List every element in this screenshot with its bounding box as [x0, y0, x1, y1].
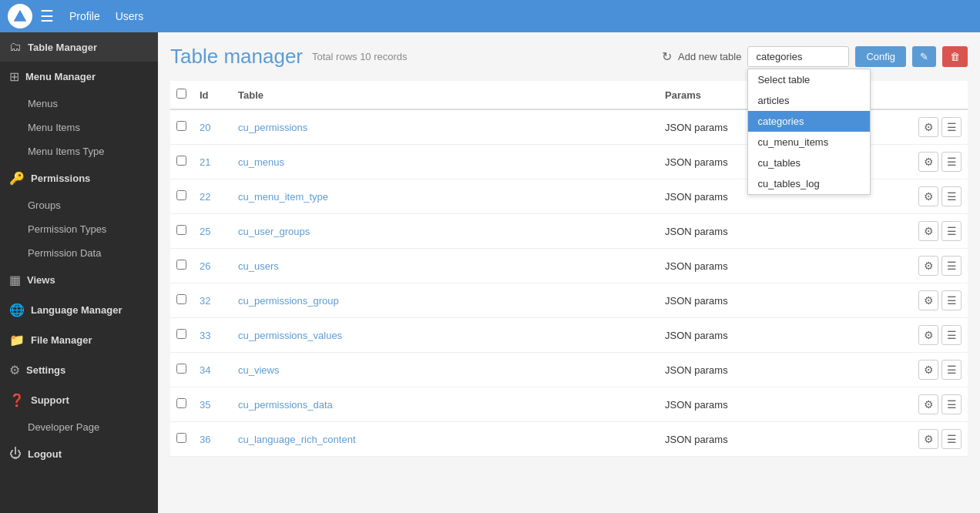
sidebar-item-developer-page[interactable]: Developer Page — [0, 415, 158, 439]
sidebar-item-permission-data[interactable]: Permission Data — [0, 241, 158, 265]
row-checkbox-5[interactable] — [176, 294, 186, 304]
row-settings-button[interactable]: ⚙ — [918, 256, 938, 276]
refresh-button[interactable]: ↻ — [662, 49, 672, 64]
row-checkbox-cell — [170, 179, 193, 214]
sidebar-item-views[interactable]: ▦ Views — [0, 265, 158, 295]
row-table-link[interactable]: cu_menu_item_type — [238, 191, 328, 203]
language-icon: 🌐 — [9, 303, 25, 317]
edit-button[interactable]: ✎ — [912, 46, 936, 67]
hamburger-icon[interactable]: ☰ — [40, 7, 54, 25]
sidebar-support-label: Support — [31, 394, 69, 406]
row-list-button[interactable]: ☰ — [941, 117, 962, 137]
row-settings-button[interactable]: ⚙ — [918, 325, 938, 345]
row-checkbox-cell — [170, 145, 193, 179]
row-table-link[interactable]: cu_language_rich_content — [238, 434, 356, 445]
row-actions-cell: ⚙ ☰ — [906, 422, 968, 457]
page-header: Table manager Total rows 10 records ↻ Ad… — [170, 45, 968, 69]
row-actions-cell: ⚙ ☰ — [906, 353, 968, 387]
row-table: cu_permissions_group — [232, 283, 659, 318]
sidebar-item-menu-items-type[interactable]: Menu Items Type — [0, 139, 158, 163]
dropdown-item-articles[interactable]: articles — [748, 90, 870, 111]
sidebar: 🗂 Table Manager ⊞ Menu Manager Menus Men… — [0, 32, 158, 513]
row-id: 35 — [193, 387, 232, 422]
select-all-checkbox[interactable] — [176, 89, 186, 99]
row-settings-button[interactable]: ⚙ — [918, 221, 938, 241]
row-checkbox-4[interactable] — [176, 260, 186, 270]
sidebar-item-language-manager[interactable]: 🌐 Language Manager — [0, 295, 158, 325]
row-settings-button[interactable]: ⚙ — [918, 290, 938, 310]
sidebar-language-label: Language Manager — [31, 304, 122, 316]
dropdown-item-cu-tables[interactable]: cu_tables — [748, 153, 870, 173]
sidebar-menu-manager-label: Menu Manager — [25, 71, 96, 82]
row-checkbox-9[interactable] — [176, 433, 186, 443]
row-settings-button[interactable]: ⚙ — [918, 117, 938, 137]
row-table-link[interactable]: cu_permissions — [238, 122, 307, 133]
sidebar-item-menus[interactable]: Menus — [0, 92, 158, 116]
row-checkbox-0[interactable] — [176, 121, 186, 131]
row-list-button[interactable]: ☰ — [941, 290, 962, 310]
row-table-link[interactable]: cu_permissions_data — [238, 399, 333, 411]
row-actions-cell: ⚙ ☰ — [906, 214, 968, 249]
row-table-link[interactable]: cu_views — [238, 364, 279, 376]
row-settings-button[interactable]: ⚙ — [918, 152, 938, 172]
row-actions: ⚙ ☰ — [912, 221, 962, 241]
row-checkbox-7[interactable] — [176, 364, 186, 374]
row-settings-button[interactable]: ⚙ — [918, 360, 938, 380]
row-table-link[interactable]: cu_menus — [238, 156, 284, 168]
sidebar-logout-label: Logout — [28, 448, 62, 460]
row-checkbox-cell — [170, 353, 193, 387]
row-list-button[interactable]: ☰ — [941, 221, 962, 241]
row-table-link[interactable]: cu_permissions_values — [238, 330, 342, 341]
table-manager-icon: 🗂 — [9, 40, 22, 54]
row-checkbox-2[interactable] — [176, 190, 186, 200]
sidebar-item-permission-types[interactable]: Permission Types — [0, 217, 158, 241]
dropdown-item-cu-menu-items[interactable]: cu_menu_items — [748, 132, 870, 153]
select-table-dropdown[interactable]: Select table articles categories cu_menu… — [747, 46, 849, 67]
row-settings-button[interactable]: ⚙ — [918, 186, 938, 206]
sidebar-item-settings[interactable]: ⚙ Settings — [0, 355, 158, 385]
row-params: JSON params — [659, 422, 906, 457]
dropdown-item-cu-tables-log[interactable]: cu_tables_log — [748, 173, 870, 194]
sidebar-item-file-manager[interactable]: 📁 File Manager — [0, 325, 158, 355]
row-list-button[interactable]: ☰ — [941, 429, 962, 449]
row-list-button[interactable]: ☰ — [941, 325, 962, 345]
row-list-button[interactable]: ☰ — [941, 394, 962, 414]
row-actions-cell: ⚙ ☰ — [906, 318, 968, 353]
row-list-button[interactable]: ☰ — [941, 256, 962, 276]
row-table-link[interactable]: cu_permissions_group — [238, 295, 339, 307]
delete-button[interactable]: 🗑 — [942, 46, 968, 67]
row-checkbox-8[interactable] — [176, 398, 186, 408]
table-row: 34 cu_views JSON params ⚙ ☰ — [170, 353, 968, 387]
row-id: 33 — [193, 318, 232, 353]
row-settings-button[interactable]: ⚙ — [918, 429, 938, 449]
dropdown-item-select-table[interactable]: Select table — [748, 69, 870, 90]
row-table-link[interactable]: cu_users — [238, 260, 279, 272]
dropdown-item-categories[interactable]: categories — [748, 111, 870, 132]
row-checkbox-1[interactable] — [176, 156, 186, 166]
users-link[interactable]: Users — [116, 10, 144, 22]
row-list-button[interactable]: ☰ — [941, 360, 962, 380]
row-table-link[interactable]: cu_user_groups — [238, 226, 310, 237]
row-params: JSON params — [659, 283, 906, 318]
sidebar-item-support[interactable]: ❓ Support — [0, 385, 158, 415]
sidebar-item-menu-items[interactable]: Menu Items — [0, 116, 158, 139]
row-checkbox-cell — [170, 283, 193, 318]
header-actions-col — [906, 81, 968, 109]
row-settings-button[interactable]: ⚙ — [918, 394, 938, 414]
header-table: Table — [232, 81, 659, 109]
sidebar-item-logout[interactable]: ⏻ Logout — [0, 439, 158, 468]
sidebar-item-table-manager[interactable]: 🗂 Table Manager — [0, 32, 158, 62]
profile-link[interactable]: Profile — [69, 10, 100, 22]
sidebar-item-groups[interactable]: Groups — [0, 193, 158, 217]
sidebar-item-permissions[interactable]: 🔑 Permissions — [0, 163, 158, 193]
row-checkbox-3[interactable] — [176, 225, 186, 235]
sidebar-views-label: Views — [27, 274, 55, 286]
row-checkbox-cell — [170, 387, 193, 422]
main-content: Table manager Total rows 10 records ↻ Ad… — [158, 32, 980, 513]
row-list-button[interactable]: ☰ — [941, 152, 962, 172]
row-checkbox-6[interactable] — [176, 329, 186, 339]
sidebar-item-menu-manager[interactable]: ⊞ Menu Manager — [0, 62, 158, 92]
config-button[interactable]: Config — [855, 46, 906, 67]
row-list-button[interactable]: ☰ — [941, 186, 962, 206]
row-id: 20 — [193, 109, 232, 145]
